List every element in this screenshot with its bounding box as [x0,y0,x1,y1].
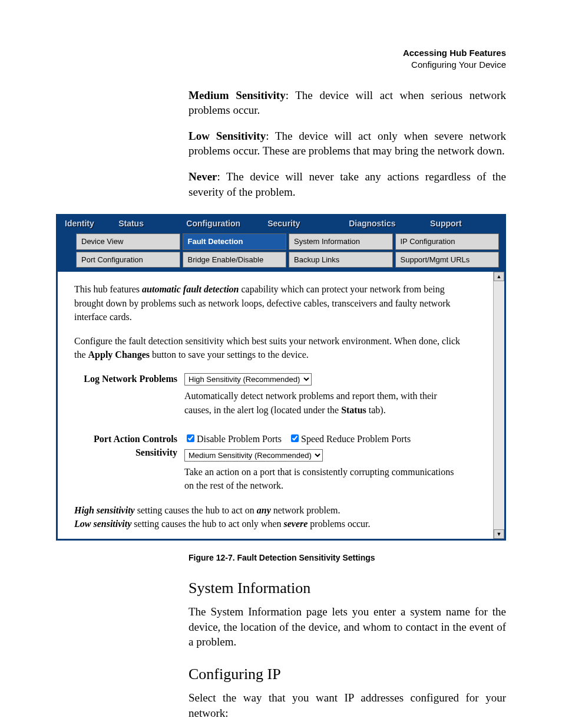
help-log: Automatically detect network problems an… [184,389,455,416]
btn-port-configuration[interactable]: Port Configuration [76,252,180,268]
scroll-down-icon[interactable]: ▼ [494,529,504,539]
tab-security[interactable]: Security [260,216,342,232]
tab-bar: Identity Status Configuration Security D… [58,216,504,232]
para-never: Never: The device will never take any ac… [189,169,506,199]
btn-device-view[interactable]: Device View [76,233,180,250]
btn-system-information[interactable]: System Information [289,233,393,250]
cb-disable-ports[interactable] [187,434,194,442]
content-pane: ▲ ▼ This hub features automatic fault de… [58,271,504,539]
scrollbar[interactable]: ▲ ▼ [493,272,504,539]
tab-diagnostics[interactable]: Diagnostics [342,216,423,232]
config-button-rows: Device View Fault Detection System Infor… [58,233,504,271]
running-header: Accessing Hub Features Configuring Your … [56,47,506,71]
sensitivity-footnotes: High sensitivity setting causes the hub … [74,503,463,531]
scroll-up-icon[interactable]: ▲ [494,272,504,281]
btn-backup-links[interactable]: Backup Links [289,252,393,268]
label-port-action: Port Action Controls Sensitivity [74,432,184,459]
figure-caption: Figure 12-7. Fault Detection Sensitivity… [189,552,506,564]
para-low: Low Sensitivity: The device will act onl… [189,129,506,159]
select-log-sensitivity[interactable]: High Sensitivity (Recommended) [184,373,312,386]
checkbox-row: Disable Problem Ports Speed Reduce Probl… [184,432,488,446]
para-medium: Medium Sensitivity: The device will act … [189,88,506,118]
row-port-action: Port Action Controls Sensitivity Disable… [74,432,488,493]
ip-bullet-list: Manual—Set the IP address through the co… [189,725,506,728]
running-header-subtitle: Configuring Your Device [411,60,506,70]
cb-disable-ports-label[interactable]: Disable Problem Ports [184,434,282,444]
heading-configuring-ip: Configuring IP [189,664,506,684]
para-ip: Select the way that you want IP addresse… [189,690,506,720]
list-item: Manual—Set the IP address through the co… [189,725,506,728]
row-log-problems: Log Network Problems High Sensitivity (R… [74,372,488,417]
para-sysinfo: The System Information page lets you ent… [189,604,506,650]
label-log-problems: Log Network Problems [74,372,184,386]
help-port: Take an action on a port that is consist… [184,465,455,492]
tab-support[interactable]: Support [423,216,504,232]
cb-speed-reduce-label[interactable]: Speed Reduce Problem Ports [289,434,411,444]
btn-support-urls[interactable]: Support/Mgmt URLs [395,252,500,268]
tab-identity-status[interactable]: Identity Status [58,216,179,232]
btn-ip-configuration[interactable]: IP Configuration [395,233,500,250]
btn-fault-detection[interactable]: Fault Detection [183,233,287,250]
btn-bridge-enable[interactable]: Bridge Enable/Disable [183,252,287,268]
app-window: Identity Status Configuration Security D… [56,214,506,541]
tab-configuration[interactable]: Configuration [179,216,260,232]
intro-text-2: Configure the fault detection sensitivit… [74,334,463,361]
intro-text-1: This hub features automatic fault detect… [74,282,463,324]
heading-system-information: System Information [189,578,506,598]
cb-speed-reduce[interactable] [291,434,299,442]
running-header-title: Accessing Hub Features [403,48,506,58]
select-port-sensitivity[interactable]: Medium Sensitivity (Recommended) [184,449,323,462]
